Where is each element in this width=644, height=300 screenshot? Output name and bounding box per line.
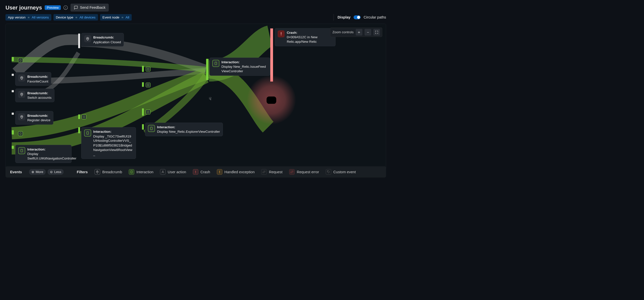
node-breadcrumb-register[interactable]: Breadcrumb: Register device bbox=[15, 111, 53, 125]
device-icon bbox=[18, 147, 25, 154]
filter-chip-event-node[interactable]: Event node = All bbox=[100, 14, 132, 21]
device-icon bbox=[212, 60, 219, 67]
svg-rect-3 bbox=[83, 116, 84, 118]
svg-rect-16 bbox=[131, 171, 132, 173]
device-icon bbox=[84, 130, 91, 137]
divider bbox=[334, 14, 334, 21]
node-breadcrumb-favcount[interactable]: Breadcrumb: FavoriteCount bbox=[15, 72, 51, 86]
device-icon bbox=[129, 169, 134, 175]
marker bbox=[142, 82, 144, 87]
swap-icon bbox=[261, 169, 267, 175]
svg-point-15 bbox=[97, 171, 98, 172]
legend-crash[interactable]: !Crash bbox=[193, 169, 210, 175]
marker bbox=[78, 34, 80, 48]
svg-rect-12 bbox=[87, 132, 88, 135]
node-interaction-swiftui[interactable]: Interaction: Display SwiftUI.UIKitNaviga… bbox=[15, 145, 72, 163]
pin-icon bbox=[18, 91, 25, 98]
interaction-minor-icon[interactable] bbox=[18, 58, 23, 63]
zoom-in-button[interactable]: ＋ bbox=[356, 29, 362, 36]
legend-label: Breadcrumb bbox=[102, 170, 122, 174]
info-icon[interactable]: i bbox=[64, 6, 68, 10]
node-crash[interactable]: ! Crash: 0×009A512C in New Relic.app/New… bbox=[275, 28, 336, 46]
svg-rect-0 bbox=[270, 29, 273, 82]
interaction-minor-icon[interactable] bbox=[18, 131, 23, 136]
events-label: Events bbox=[10, 170, 22, 174]
send-feedback-button[interactable]: Send Feedback bbox=[70, 4, 109, 12]
svg-point-10 bbox=[21, 116, 22, 117]
node-interaction-hosting[interactable]: Interaction: Display _TtGC7SwiftUI19UIHo… bbox=[81, 127, 136, 159]
bottom-bar: Events ⊕ More ⊖ Less Filters BreadcrumbI… bbox=[6, 166, 386, 177]
marker bbox=[78, 115, 80, 119]
zoom-fit-button[interactable] bbox=[373, 29, 380, 36]
filter-chip-app-version[interactable]: App version = All versions bbox=[6, 14, 51, 21]
svg-rect-11 bbox=[21, 149, 22, 152]
marker bbox=[142, 109, 144, 116]
legend-request[interactable]: Request bbox=[261, 169, 282, 175]
send-feedback-label: Send Feedback bbox=[80, 6, 106, 10]
legend-label: Handled exception bbox=[224, 170, 254, 174]
marker bbox=[12, 74, 14, 76]
marker bbox=[12, 113, 14, 115]
interaction-minor-icon[interactable] bbox=[146, 67, 150, 72]
filter-chip-device-type[interactable]: Device type = All devices bbox=[54, 14, 98, 21]
legend-breadcrumb[interactable]: Breadcrumb bbox=[95, 169, 122, 175]
svg-point-17 bbox=[162, 171, 163, 172]
minus-circle-icon: ⊖ bbox=[50, 170, 53, 174]
alert-icon: ! bbox=[193, 169, 198, 175]
legend-custom-event[interactable]: Custom event bbox=[326, 169, 356, 175]
pin-icon bbox=[84, 35, 91, 42]
legend-handled-exception[interactable]: !Handled exception bbox=[217, 169, 254, 175]
legend-label: Request error bbox=[297, 170, 319, 174]
filter-chips: App version = All versions Device type =… bbox=[6, 14, 132, 21]
svg-rect-2 bbox=[20, 133, 21, 135]
legend-label: Interaction bbox=[136, 170, 154, 174]
zoom-out-button[interactable]: － bbox=[364, 29, 371, 36]
pin-icon bbox=[95, 169, 100, 175]
more-button[interactable]: ⊕ More bbox=[29, 169, 46, 175]
journey-canvas[interactable]: Breadcrumb: Application Closed Breadcrum… bbox=[6, 24, 386, 170]
tag-icon bbox=[326, 169, 331, 175]
marker bbox=[12, 90, 14, 93]
feedback-icon bbox=[74, 6, 78, 10]
marker bbox=[206, 59, 208, 80]
marker bbox=[142, 66, 144, 72]
alert-icon: ! bbox=[278, 31, 284, 38]
filters-label: Filters bbox=[77, 170, 88, 174]
svg-rect-5 bbox=[148, 84, 149, 86]
legend-label: Custom event bbox=[333, 170, 356, 174]
marker bbox=[12, 130, 14, 135]
legend-interaction[interactable]: Interaction bbox=[129, 169, 154, 175]
circular-paths-label: Circular paths bbox=[364, 15, 386, 20]
legend-label: User action bbox=[168, 170, 186, 174]
device-icon bbox=[148, 125, 155, 132]
circular-paths-toggle[interactable] bbox=[354, 15, 360, 19]
plus-circle-icon: ⊕ bbox=[32, 170, 34, 174]
svg-point-18 bbox=[328, 171, 328, 171]
pin-icon bbox=[18, 75, 25, 82]
legend-request-error[interactable]: Request error bbox=[289, 169, 319, 175]
svg-point-8 bbox=[21, 77, 22, 78]
alert-icon: ! bbox=[217, 169, 222, 175]
interaction-minor-icon[interactable] bbox=[82, 115, 86, 119]
svg-point-9 bbox=[21, 94, 22, 95]
legend-label: Crash bbox=[200, 170, 210, 174]
interaction-minor-icon[interactable] bbox=[146, 110, 150, 114]
zoom-controls: Zoom controls ＋ － bbox=[330, 28, 382, 37]
svg-rect-14 bbox=[215, 62, 216, 65]
user-icon bbox=[160, 169, 166, 175]
interaction-minor-icon[interactable] bbox=[146, 83, 150, 87]
marker bbox=[12, 57, 14, 61]
zoom-label: Zoom controls bbox=[332, 30, 354, 34]
svg-rect-4 bbox=[148, 68, 149, 70]
preview-badge: Preview bbox=[45, 5, 61, 10]
marker bbox=[142, 124, 144, 130]
svg-rect-1 bbox=[20, 59, 21, 61]
legend-user-action[interactable]: User action bbox=[160, 169, 186, 175]
less-button[interactable]: ⊖ Less bbox=[48, 169, 64, 175]
node-interaction-issuefeed[interactable]: Interaction: Display New_Relic.IssueFeed… bbox=[209, 58, 270, 76]
svg-point-7 bbox=[87, 38, 88, 39]
node-breadcrumb-app-closed[interactable]: Breadcrumb: Application Closed bbox=[81, 33, 124, 47]
node-interaction-explorer[interactable]: Interaction: Display New_Relic.ExplorerV… bbox=[145, 123, 223, 136]
pin-icon bbox=[18, 114, 25, 121]
node-breadcrumb-switch[interactable]: Breadcrumb: Switch accounts bbox=[15, 89, 54, 102]
